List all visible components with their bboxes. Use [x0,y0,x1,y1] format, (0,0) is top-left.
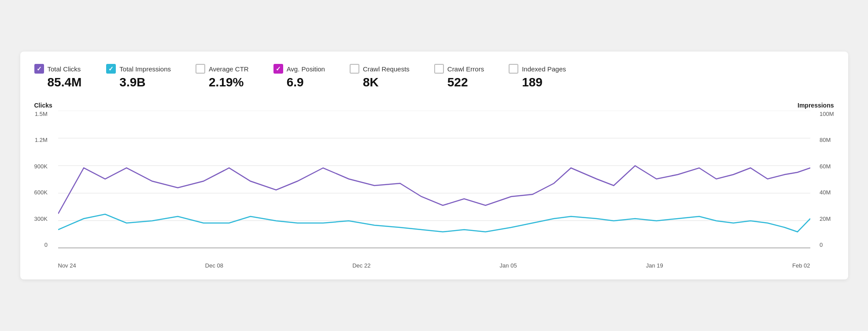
main-card: ✓Total Clicks85.4M✓Total Impressions3.9B… [20,52,848,279]
y-right-label: 80M [820,137,834,143]
metric-value-total-impressions: 3.9B [119,75,171,89]
x-axis-label: Dec 22 [352,262,370,269]
right-axis-title: Impressions [798,102,834,109]
checkbox-total-impressions[interactable]: ✓ [106,64,116,74]
metric-value-average-ctr: 2.19% [209,75,249,89]
metric-label-total-clicks: Total Clicks [48,65,81,73]
checkbox-avg-position[interactable]: ✓ [273,64,283,74]
y-right-label: 20M [820,216,834,222]
checkbox-indexed-pages[interactable] [509,64,518,74]
metric-label-indexed-pages: Indexed Pages [522,65,566,73]
checkbox-total-clicks[interactable]: ✓ [34,64,44,74]
metric-value-crawl-requests: 8K [363,75,410,89]
metric-label-total-impressions: Total Impressions [119,65,171,73]
checkbox-crawl-errors[interactable] [434,64,444,74]
metric-label-average-ctr: Average CTR [209,65,249,73]
y-right-label: 40M [820,189,834,196]
metric-item-avg-position[interactable]: ✓Avg. Position6.9 [273,64,325,89]
y-left-label: 0 [34,242,48,248]
checkbox-crawl-requests[interactable] [350,64,359,74]
metric-value-indexed-pages: 189 [522,75,566,89]
chart-area: 0300K600K900K1.2M1.5M 020M40M60M80M100M [34,111,834,260]
metric-value-avg-position: 6.9 [287,75,325,89]
x-axis-label: Feb 02 [792,262,810,269]
metric-item-total-impressions[interactable]: ✓Total Impressions3.9B [106,64,171,89]
y-left-label: 1.2M [34,137,48,143]
metric-label-avg-position: Avg. Position [287,65,325,73]
left-axis-title: Clicks [34,102,52,109]
y-left-label: 600K [34,189,48,196]
metric-value-crawl-errors: 522 [447,75,484,89]
metric-label-crawl-errors: Crawl Errors [447,65,484,73]
metric-item-crawl-errors[interactable]: Crawl Errors522 [434,64,484,89]
y-left-label: 300K [34,216,48,222]
y-right-label: 100M [820,111,834,117]
y-left-label: 1.5M [34,111,48,117]
chart-plot [58,111,810,248]
x-axis-label: Jan 05 [500,262,517,269]
x-axis-label: Dec 08 [205,262,223,269]
metric-item-indexed-pages[interactable]: Indexed Pages189 [509,64,566,89]
x-axis-labels: Nov 24Dec 08Dec 22Jan 05Jan 19Feb 02 [58,262,810,269]
metric-value-total-clicks: 85.4M [48,75,82,89]
y-axis-right: 020M40M60M80M100M [820,111,834,260]
y-right-label: 0 [820,242,834,248]
y-left-label: 900K [34,163,48,170]
metrics-row: ✓Total Clicks85.4M✓Total Impressions3.9B… [34,64,834,89]
metric-item-crawl-requests[interactable]: Crawl Requests8K [350,64,410,89]
y-axis-left: 0300K600K900K1.2M1.5M [34,111,48,260]
x-axis-label: Jan 19 [646,262,663,269]
y-right-label: 60M [820,163,834,170]
metric-item-average-ctr[interactable]: Average CTR2.19% [196,64,249,89]
metric-label-crawl-requests: Crawl Requests [363,65,410,73]
chart-container: Clicks Impressions 0300K600K900K1.2M1.5M… [34,102,834,269]
checkbox-average-ctr[interactable] [196,64,205,74]
x-axis-label: Nov 24 [58,262,76,269]
metric-item-total-clicks[interactable]: ✓Total Clicks85.4M [34,64,82,89]
